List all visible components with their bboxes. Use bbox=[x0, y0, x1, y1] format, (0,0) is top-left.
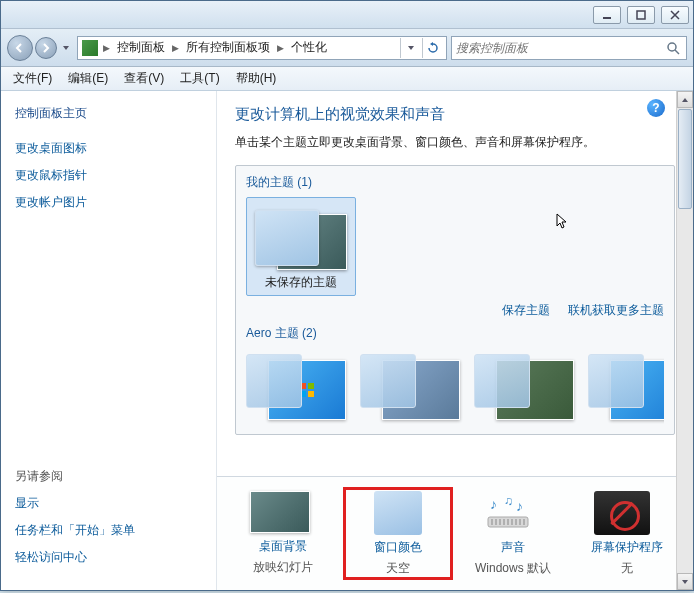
menu-bar: 文件(F) 编辑(E) 查看(V) 工具(T) 帮助(H) bbox=[1, 67, 693, 91]
theme-item-unsaved[interactable]: 未保存的主题 bbox=[246, 197, 356, 296]
svg-rect-0 bbox=[603, 17, 611, 19]
main-content: ? 更改计算机上的视觉效果和声音 单击某个主题立即更改桌面背景、窗口颜色、声音和… bbox=[217, 91, 693, 590]
refresh-button[interactable] bbox=[422, 38, 442, 58]
breadcrumb-item[interactable]: 所有控制面板项 bbox=[180, 39, 276, 56]
chevron-right-icon: ▶ bbox=[276, 43, 285, 53]
scroll-up-button[interactable] bbox=[677, 91, 693, 108]
setting-value: 天空 bbox=[386, 560, 410, 577]
maximize-button[interactable] bbox=[627, 6, 655, 24]
menu-view[interactable]: 查看(V) bbox=[116, 68, 172, 89]
scrollbar-thumb[interactable] bbox=[678, 109, 692, 209]
breadcrumb-dropdown[interactable] bbox=[400, 38, 420, 58]
aero-themes-label: Aero 主题 (2) bbox=[246, 325, 664, 342]
page-subtext: 单击某个主题立即更改桌面背景、窗口颜色、声音和屏幕保护程序。 bbox=[235, 134, 675, 151]
svg-point-2 bbox=[668, 43, 676, 51]
svg-text:♪: ♪ bbox=[516, 498, 523, 514]
menu-tools[interactable]: 工具(T) bbox=[172, 68, 227, 89]
setting-title: 屏幕保护程序 bbox=[591, 539, 663, 556]
themes-panel: 我的主题 (1) 未保存的主题 保存主题 联机获取更多主题 Aero bbox=[235, 165, 675, 435]
sidebar-link-account-picture[interactable]: 更改帐户图片 bbox=[15, 194, 202, 211]
aero-theme-item[interactable] bbox=[588, 348, 664, 420]
back-button[interactable] bbox=[7, 35, 33, 61]
sounds-button[interactable]: ♪♫♪ 声音 Windows 默认 bbox=[459, 487, 567, 580]
control-panel-window: ▶ 控制面板 ▶ 所有控制面板项 ▶ 个性化 文件(F) 编辑(E) 查看(V)… bbox=[0, 0, 694, 591]
setting-title: 窗口颜色 bbox=[374, 539, 422, 556]
setting-title: 桌面背景 bbox=[259, 538, 307, 555]
get-more-themes-link[interactable]: 联机获取更多主题 bbox=[568, 302, 664, 319]
my-themes-label: 我的主题 (1) bbox=[246, 174, 664, 191]
chevron-right-icon: ▶ bbox=[171, 43, 180, 53]
sidebar-link-display[interactable]: 显示 bbox=[15, 495, 202, 512]
address-bar: ▶ 控制面板 ▶ 所有控制面板项 ▶ 个性化 bbox=[1, 29, 693, 67]
minimize-button[interactable] bbox=[593, 6, 621, 24]
titlebar bbox=[1, 1, 693, 29]
svg-line-3 bbox=[675, 50, 679, 54]
menu-help[interactable]: 帮助(H) bbox=[228, 68, 285, 89]
aero-theme-item[interactable] bbox=[474, 348, 574, 420]
svg-text:♪: ♪ bbox=[490, 496, 497, 512]
aero-theme-item[interactable] bbox=[360, 348, 460, 420]
setting-value: Windows 默认 bbox=[475, 560, 551, 577]
search-input[interactable] bbox=[456, 41, 664, 55]
desktop-background-button[interactable]: 桌面背景 放映幻灯片 bbox=[229, 487, 337, 580]
window-color-button[interactable]: 窗口颜色 天空 bbox=[343, 487, 453, 580]
setting-value: 无 bbox=[621, 560, 633, 577]
aero-theme-item[interactable] bbox=[246, 348, 346, 420]
setting-value: 放映幻灯片 bbox=[253, 559, 313, 576]
save-theme-link[interactable]: 保存主题 bbox=[502, 302, 550, 319]
forward-button[interactable] bbox=[35, 37, 57, 59]
setting-title: 声音 bbox=[501, 539, 525, 556]
svg-text:♫: ♫ bbox=[504, 495, 513, 508]
nav-history-dropdown[interactable] bbox=[59, 35, 73, 61]
search-box[interactable] bbox=[451, 36, 687, 60]
theme-label: 未保存的主题 bbox=[265, 274, 337, 291]
sidebar-link-ease-of-access[interactable]: 轻松访问中心 bbox=[15, 549, 202, 566]
sidebar-link-desktop-icons[interactable]: 更改桌面图标 bbox=[15, 140, 202, 157]
breadcrumb-item[interactable]: 个性化 bbox=[285, 39, 333, 56]
sidebar-link-mouse-pointers[interactable]: 更改鼠标指针 bbox=[15, 167, 202, 184]
bottom-settings-panel: 桌面背景 放映幻灯片 窗口颜色 天空 ♪♫♪ 声音 Windows 默认 屏幕保… bbox=[217, 476, 693, 590]
sidebar: 控制面板主页 更改桌面图标 更改鼠标指针 更改帐户图片 另请参阅 显示 任务栏和… bbox=[1, 91, 217, 590]
chevron-right-icon: ▶ bbox=[102, 43, 111, 53]
screensaver-button[interactable]: 屏幕保护程序 无 bbox=[573, 487, 681, 580]
breadcrumb-item[interactable]: 控制面板 bbox=[111, 39, 171, 56]
vertical-scrollbar[interactable] bbox=[676, 91, 693, 590]
help-icon[interactable]: ? bbox=[647, 99, 665, 117]
control-panel-icon bbox=[82, 40, 98, 56]
theme-thumbnail bbox=[255, 202, 347, 270]
menu-file[interactable]: 文件(F) bbox=[5, 68, 60, 89]
cp-home-link[interactable]: 控制面板主页 bbox=[15, 105, 202, 122]
svg-rect-1 bbox=[637, 11, 645, 19]
breadcrumb[interactable]: ▶ 控制面板 ▶ 所有控制面板项 ▶ 个性化 bbox=[77, 36, 447, 60]
scroll-down-button[interactable] bbox=[677, 573, 693, 590]
sidebar-link-taskbar[interactable]: 任务栏和「开始」菜单 bbox=[15, 522, 202, 539]
menu-edit[interactable]: 编辑(E) bbox=[60, 68, 116, 89]
page-heading: 更改计算机上的视觉效果和声音 bbox=[235, 105, 675, 124]
see-also-label: 另请参阅 bbox=[15, 468, 202, 485]
close-button[interactable] bbox=[661, 6, 689, 24]
search-icon[interactable] bbox=[664, 39, 682, 57]
